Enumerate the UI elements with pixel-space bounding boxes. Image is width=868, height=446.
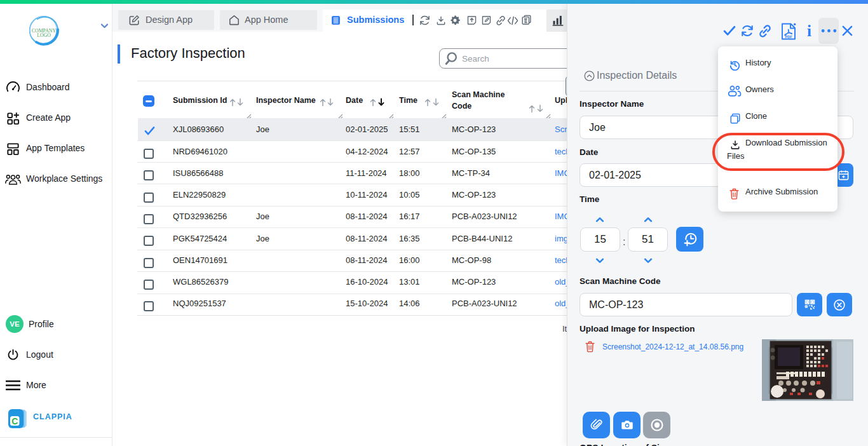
svg-text:PDF: PDF [785, 35, 793, 39]
svg-text:LOGO: LOGO [37, 32, 51, 38]
svg-text:C: C [11, 416, 18, 426]
